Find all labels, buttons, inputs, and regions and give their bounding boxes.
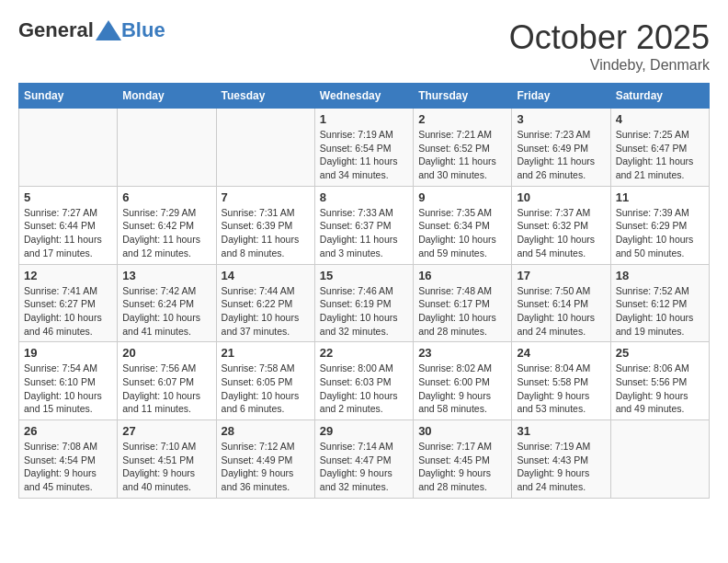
day-info: Sunrise: 7:19 AM Sunset: 6:54 PM Dayligh… (320, 128, 408, 182)
calendar-cell: 22Sunrise: 8:00 AM Sunset: 6:03 PM Dayli… (314, 342, 413, 420)
day-info: Sunrise: 7:08 AM Sunset: 4:54 PM Dayligh… (24, 440, 112, 494)
calendar-cell: 29Sunrise: 7:14 AM Sunset: 4:47 PM Dayli… (314, 420, 413, 499)
day-info: Sunrise: 7:35 AM Sunset: 6:34 PM Dayligh… (418, 206, 506, 260)
calendar-cell: 11Sunrise: 7:39 AM Sunset: 6:29 PM Dayli… (610, 186, 709, 264)
day-number: 24 (517, 346, 605, 360)
day-number: 23 (418, 346, 506, 360)
day-info: Sunrise: 8:04 AM Sunset: 5:58 PM Dayligh… (517, 362, 605, 416)
calendar-cell: 10Sunrise: 7:37 AM Sunset: 6:32 PM Dayli… (512, 186, 610, 264)
day-info: Sunrise: 7:48 AM Sunset: 6:17 PM Dayligh… (418, 284, 506, 339)
day-number: 18 (616, 269, 704, 282)
day-info: Sunrise: 7:29 AM Sunset: 6:42 PM Dayligh… (122, 206, 210, 260)
header-friday: Friday (512, 84, 610, 109)
day-number: 16 (418, 269, 506, 282)
day-info: Sunrise: 7:25 AM Sunset: 6:47 PM Dayligh… (616, 128, 704, 182)
calendar-cell: 2Sunrise: 7:21 AM Sunset: 6:52 PM Daylig… (414, 109, 512, 187)
calendar-cell: 17Sunrise: 7:50 AM Sunset: 6:14 PM Dayli… (512, 264, 610, 342)
location-title: Vindeby, Denmark (509, 57, 710, 74)
calendar-cell: 1Sunrise: 7:19 AM Sunset: 6:54 PM Daylig… (314, 109, 413, 187)
day-number: 3 (517, 112, 605, 126)
day-info: Sunrise: 8:00 AM Sunset: 6:03 PM Dayligh… (320, 362, 408, 416)
month-title: October 2025 (509, 18, 710, 57)
day-info: Sunrise: 7:52 AM Sunset: 6:12 PM Dayligh… (616, 284, 704, 339)
day-info: Sunrise: 8:06 AM Sunset: 5:56 PM Dayligh… (616, 362, 704, 416)
day-info: Sunrise: 7:41 AM Sunset: 6:27 PM Dayligh… (24, 284, 112, 339)
day-info: Sunrise: 7:14 AM Sunset: 4:47 PM Dayligh… (320, 440, 408, 494)
day-info: Sunrise: 7:33 AM Sunset: 6:37 PM Dayligh… (320, 206, 408, 260)
calendar-cell: 24Sunrise: 8:04 AM Sunset: 5:58 PM Dayli… (512, 342, 610, 420)
day-number: 14 (222, 269, 310, 282)
day-info: Sunrise: 7:27 AM Sunset: 6:44 PM Dayligh… (24, 206, 112, 260)
calendar-cell: 20Sunrise: 7:56 AM Sunset: 6:07 PM Dayli… (118, 342, 216, 420)
title-block: October 2025 Vindeby, Denmark (509, 18, 710, 74)
day-number: 28 (222, 424, 310, 438)
calendar-cell: 18Sunrise: 7:52 AM Sunset: 6:12 PM Dayli… (610, 264, 709, 342)
calendar-cell: 5Sunrise: 7:27 AM Sunset: 6:44 PM Daylig… (19, 186, 118, 264)
logo-general-text: General (18, 18, 94, 42)
day-number: 20 (122, 346, 210, 360)
day-info: Sunrise: 7:23 AM Sunset: 6:49 PM Dayligh… (517, 128, 605, 182)
calendar-week-3: 12Sunrise: 7:41 AM Sunset: 6:27 PM Dayli… (19, 264, 710, 342)
day-info: Sunrise: 7:21 AM Sunset: 6:52 PM Dayligh… (418, 128, 506, 182)
calendar-cell: 7Sunrise: 7:31 AM Sunset: 6:39 PM Daylig… (216, 186, 314, 264)
calendar-header-row: SundayMondayTuesdayWednesdayThursdayFrid… (19, 84, 710, 109)
logo-blue-text: Blue (121, 18, 165, 42)
day-number: 21 (222, 346, 310, 360)
day-number: 15 (320, 269, 408, 282)
calendar-cell: 3Sunrise: 7:23 AM Sunset: 6:49 PM Daylig… (512, 109, 610, 187)
calendar-cell: 19Sunrise: 7:54 AM Sunset: 6:10 PM Dayli… (19, 342, 118, 420)
calendar-cell: 31Sunrise: 7:19 AM Sunset: 4:43 PM Dayli… (512, 420, 610, 499)
day-info: Sunrise: 7:39 AM Sunset: 6:29 PM Dayligh… (616, 206, 704, 260)
calendar-cell (216, 109, 314, 187)
day-number: 9 (418, 190, 506, 204)
day-number: 6 (122, 190, 210, 204)
day-info: Sunrise: 7:58 AM Sunset: 6:05 PM Dayligh… (222, 362, 310, 416)
header-monday: Monday (118, 84, 216, 109)
day-number: 1 (320, 112, 408, 126)
day-number: 19 (24, 346, 112, 360)
calendar-cell: 8Sunrise: 7:33 AM Sunset: 6:37 PM Daylig… (314, 186, 413, 264)
day-info: Sunrise: 7:46 AM Sunset: 6:19 PM Dayligh… (320, 284, 408, 339)
day-number: 12 (24, 269, 112, 282)
day-number: 22 (320, 346, 408, 360)
day-info: Sunrise: 7:37 AM Sunset: 6:32 PM Dayligh… (517, 206, 605, 260)
calendar-cell (19, 109, 118, 187)
day-info: Sunrise: 7:54 AM Sunset: 6:10 PM Dayligh… (24, 362, 112, 416)
day-info: Sunrise: 7:19 AM Sunset: 4:43 PM Dayligh… (517, 440, 605, 494)
day-info: Sunrise: 7:17 AM Sunset: 4:45 PM Dayligh… (418, 440, 506, 494)
day-info: Sunrise: 7:44 AM Sunset: 6:22 PM Dayligh… (222, 284, 310, 339)
calendar-week-2: 5Sunrise: 7:27 AM Sunset: 6:44 PM Daylig… (19, 186, 710, 264)
calendar-cell: 15Sunrise: 7:46 AM Sunset: 6:19 PM Dayli… (314, 264, 413, 342)
logo-icon (96, 20, 121, 40)
day-number: 7 (222, 190, 310, 204)
day-number: 13 (122, 269, 210, 282)
day-info: Sunrise: 7:50 AM Sunset: 6:14 PM Dayligh… (517, 284, 605, 339)
day-number: 11 (616, 190, 704, 204)
calendar-cell: 23Sunrise: 8:02 AM Sunset: 6:00 PM Dayli… (414, 342, 512, 420)
calendar-table: SundayMondayTuesdayWednesdayThursdayFrid… (18, 83, 710, 499)
day-info: Sunrise: 7:10 AM Sunset: 4:51 PM Dayligh… (122, 440, 210, 494)
calendar-cell (118, 109, 216, 187)
calendar-cell: 30Sunrise: 7:17 AM Sunset: 4:45 PM Dayli… (414, 420, 512, 499)
day-number: 25 (616, 346, 704, 360)
calendar-week-5: 26Sunrise: 7:08 AM Sunset: 4:54 PM Dayli… (19, 420, 710, 499)
calendar-cell: 26Sunrise: 7:08 AM Sunset: 4:54 PM Dayli… (19, 420, 118, 499)
calendar-cell: 27Sunrise: 7:10 AM Sunset: 4:51 PM Dayli… (118, 420, 216, 499)
calendar-cell: 25Sunrise: 8:06 AM Sunset: 5:56 PM Dayli… (610, 342, 709, 420)
day-info: Sunrise: 7:56 AM Sunset: 6:07 PM Dayligh… (122, 362, 210, 416)
day-number: 29 (320, 424, 408, 438)
calendar-cell: 12Sunrise: 7:41 AM Sunset: 6:27 PM Dayli… (19, 264, 118, 342)
calendar-cell: 13Sunrise: 7:42 AM Sunset: 6:24 PM Dayli… (118, 264, 216, 342)
header-thursday: Thursday (414, 84, 512, 109)
svg-marker-0 (96, 20, 121, 40)
calendar-week-4: 19Sunrise: 7:54 AM Sunset: 6:10 PM Dayli… (19, 342, 710, 420)
calendar-cell: 14Sunrise: 7:44 AM Sunset: 6:22 PM Dayli… (216, 264, 314, 342)
header-tuesday: Tuesday (216, 84, 314, 109)
day-number: 30 (418, 424, 506, 438)
day-info: Sunrise: 7:12 AM Sunset: 4:49 PM Dayligh… (222, 440, 310, 494)
day-number: 31 (517, 424, 605, 438)
calendar-cell (610, 420, 709, 499)
calendar-cell: 6Sunrise: 7:29 AM Sunset: 6:42 PM Daylig… (118, 186, 216, 264)
calendar-week-1: 1Sunrise: 7:19 AM Sunset: 6:54 PM Daylig… (19, 109, 710, 187)
day-number: 17 (517, 269, 605, 282)
